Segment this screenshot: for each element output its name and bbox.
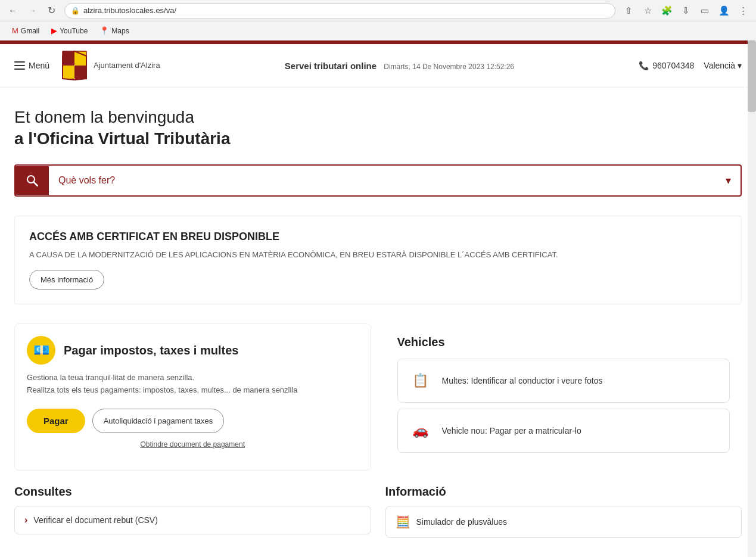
bookmark-youtube[interactable]: ▶ YouTube (46, 24, 92, 38)
extensions-button[interactable]: 🧩 (658, 2, 675, 19)
scrollbar-thumb[interactable] (748, 41, 756, 112)
chevron-down-icon: ▾ (738, 61, 742, 70)
banner-title: ACCÉS AMB CERTIFICAT EN BREU DISPONIBLE (29, 231, 727, 243)
bookmarks-bar: M Gmail ▶ YouTube 📍 Maps (0, 21, 756, 41)
search-dropdown-icon[interactable]: ▾ (716, 166, 741, 195)
bookmark-youtube-label: YouTube (60, 27, 88, 35)
bookmark-maps-label: Maps (111, 27, 129, 35)
youtube-icon: ▶ (51, 26, 57, 35)
address-bar[interactable]: 🔒 alzira.tributoslocales.es/va/ (64, 3, 615, 18)
browser-bar: ← → ↻ 🔒 alzira.tributoslocales.es/va/ ⇧ … (0, 0, 756, 21)
language-selector[interactable]: Valencià ▾ (704, 61, 742, 70)
informacio-title: Informació (385, 485, 742, 499)
calculator-icon: 🧮 (396, 515, 410, 529)
autoliquidacio-button[interactable]: Autoliquidació i pagament taxes (92, 409, 225, 433)
phone-icon: 📞 (639, 61, 649, 70)
vehicles-card: Vehicles 📋 Multes: Identificar al conduc… (385, 323, 742, 471)
svg-rect-3 (74, 66, 86, 79)
welcome-line1: Et donem la benvinguda (14, 108, 194, 126)
vehicle-item-nou[interactable]: 🚗 Vehicle nou: Pagar per a matricular-lo (397, 409, 730, 453)
main-content: Et donem la benvinguda a l'Oficina Virtu… (0, 88, 756, 552)
reload-button[interactable]: ↻ (43, 2, 60, 19)
verificar-doc-item[interactable]: › Verificar el document rebut (CSV) (14, 506, 371, 534)
bookmark-button[interactable]: ☆ (639, 2, 656, 19)
cards-grid: 💶 Pagar impostos, taxes i multes Gestion… (14, 323, 742, 471)
download-button[interactable]: ⇩ (677, 2, 694, 19)
mes-informacio-button[interactable]: Més informació (29, 270, 104, 290)
pagar-desc-line1: Gestiona la teua tranquil·litat de maner… (27, 373, 194, 382)
banner-description: A CAUSA DE LA MODERNITZACIÓ DE LES APLIC… (29, 249, 727, 261)
pagar-icon: 💶 (27, 336, 55, 365)
vehicle-nou-label: Vehicle nou: Pagar per a matricular-lo (442, 426, 581, 435)
multes-label: Multes: Identificar al conductor i veure… (442, 376, 603, 385)
simulador-item[interactable]: 🧮 Simulador de plusvàlues (385, 506, 742, 538)
pagar-header: 💶 Pagar impostos, taxes i multes (27, 336, 359, 365)
servei-label: Servei tributari online (285, 61, 379, 71)
gmail-icon: M (12, 26, 18, 35)
verificar-doc-label: Verificar el document rebut (CSV) (33, 515, 158, 525)
nav-center: Servei tributari online Dimarts, 14 De N… (172, 61, 627, 71)
nav-right: 📞 960704348 Valencià ▾ (639, 61, 742, 70)
search-icon (26, 175, 38, 186)
menu-button[interactable]: Menú (14, 61, 49, 70)
menu-label: Menú (29, 61, 49, 70)
share-button[interactable]: ⇧ (620, 2, 637, 19)
multes-icon: 📋 (407, 368, 434, 394)
chevron-right-icon: › (24, 515, 27, 525)
browser-actions: ⇧ ☆ 🧩 ⇩ ▭ 👤 ⋮ (620, 2, 751, 19)
more-button[interactable]: ⋮ (735, 2, 751, 19)
banner-section: ACCÉS AMB CERTIFICAT EN BREU DISPONIBLE … (14, 216, 742, 305)
bookmark-gmail-label: Gmail (21, 27, 39, 35)
svg-rect-2 (63, 66, 74, 79)
bottom-cards-grid: Consultes › Verificar el document rebut … (14, 485, 742, 538)
informacio-section: Informació 🧮 Simulador de plusvàlues (385, 485, 742, 538)
pagar-description: Gestiona la teua tranquil·litat de maner… (27, 372, 359, 397)
website: Menú Ajuntament d'Alzira Servei tribu (0, 41, 756, 557)
tab-button[interactable]: ▭ (696, 2, 713, 19)
lock-icon: 🔒 (71, 7, 80, 15)
search-bar: ▾ (14, 164, 742, 197)
nav-header: Menú Ajuntament d'Alzira Servei tribu (0, 44, 756, 88)
nav-buttons: ← → ↻ (5, 2, 60, 19)
pagar-button[interactable]: Pagar (27, 409, 85, 433)
hamburger-icon (14, 61, 25, 70)
svg-line-8 (34, 182, 38, 186)
profile-button[interactable]: 👤 (715, 2, 732, 19)
pagar-buttons: Pagar Autoliquidació i pagament taxes (27, 409, 359, 433)
logo-shield-icon (61, 50, 88, 81)
bookmark-gmail[interactable]: M Gmail (7, 24, 44, 38)
welcome-title: Et donem la benvinguda a l'Oficina Virtu… (14, 107, 742, 150)
search-input[interactable] (49, 167, 716, 194)
simulador-label: Simulador de plusvàlues (416, 517, 508, 527)
phone-area: 📞 960704348 (639, 61, 694, 70)
pagar-desc-line2: Realitza tots els teus pagaments: impost… (27, 385, 298, 394)
consultes-title: Consultes (14, 485, 371, 499)
language-label: Valencià (704, 61, 735, 70)
pagar-card: 💶 Pagar impostos, taxes i multes Gestion… (14, 323, 371, 471)
vehicle-car-icon: 🚗 (407, 418, 434, 444)
url-text: alzira.tributoslocales.es/va/ (83, 6, 176, 15)
welcome-line2: a l'Oficina Virtual Tributària (14, 129, 230, 148)
bookmark-maps[interactable]: 📍 Maps (95, 24, 133, 38)
back-button[interactable]: ← (5, 2, 21, 19)
servei-title: Servei tributari online (285, 61, 377, 71)
vehicle-item-multes[interactable]: 📋 Multes: Identificar al conductor i veu… (397, 359, 730, 403)
search-button[interactable] (15, 166, 49, 195)
phone-number: 960704348 (652, 61, 694, 70)
scrollbar[interactable] (748, 41, 756, 557)
logo-text: Ajuntament d'Alzira (94, 61, 160, 71)
vehicles-title: Vehicles (397, 335, 730, 349)
datetime-label: Dimarts, 14 De Novembre 2023 12:52:26 (384, 63, 514, 71)
maps-icon: 📍 (99, 26, 109, 35)
logo-area[interactable]: Ajuntament d'Alzira (61, 50, 160, 81)
consultes-section: Consultes › Verificar el document rebut … (14, 485, 371, 538)
obtindre-link[interactable]: Obtindre document de pagament (27, 440, 359, 449)
pagar-icon-symbol: 💶 (33, 343, 49, 358)
forward-button[interactable]: → (24, 2, 41, 19)
pagar-title: Pagar impostos, taxes i multes (64, 344, 238, 357)
